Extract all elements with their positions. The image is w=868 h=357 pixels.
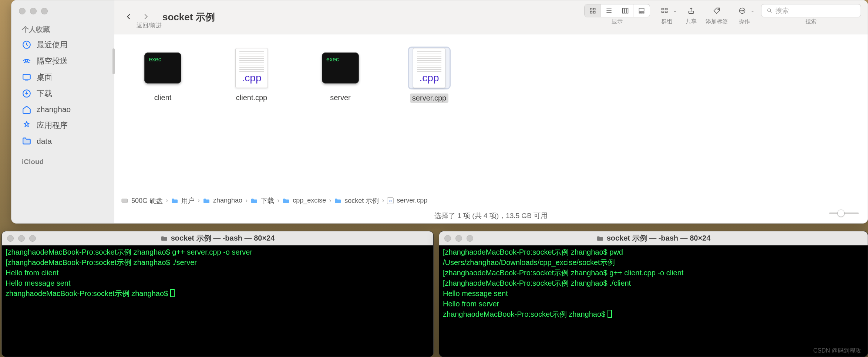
path-crumb[interactable]: cpp_excise [282, 197, 326, 204]
file-item-client[interactable]: exec client [135, 48, 191, 102]
c-file-icon: c [387, 197, 394, 204]
sidebar-item-downloads[interactable]: 下载 [11, 85, 114, 102]
group-by-button[interactable] [657, 4, 672, 17]
close-icon[interactable] [19, 8, 26, 14]
file-item-server-cpp[interactable]: .cpp server.cpp [401, 48, 457, 103]
svg-point-20 [718, 9, 719, 10]
svg-rect-13 [641, 12, 642, 13]
path-crumb[interactable]: 下载 [250, 196, 274, 205]
sidebar-item-label: data [37, 137, 52, 146]
terminal-line: Hello message sent [6, 279, 71, 287]
svg-point-24 [743, 10, 744, 11]
close-icon[interactable] [444, 235, 451, 242]
terminal-line: zhanghaodeMacBook-Pro:socket示例 zhanghao$ [6, 289, 170, 298]
files-area[interactable]: exec client .cpp client.cpp exec server … [114, 34, 868, 193]
toolbar-label-actions: 操作 [739, 18, 750, 25]
finder-main: socket 示例 返回/前进 显示 ⌄ 群组 [114, 0, 868, 223]
terminal-body[interactable]: [zhanghaodeMacBook-Pro:socket示例 zhanghao… [439, 245, 868, 357]
folder-icon [171, 198, 178, 204]
sidebar-resize-handle[interactable] [112, 48, 115, 74]
file-item-client-cpp[interactable]: .cpp client.cpp [224, 48, 279, 102]
sidebar-item-label: 桌面 [37, 72, 52, 82]
view-icons-button[interactable] [585, 4, 601, 17]
svg-rect-15 [662, 8, 664, 10]
back-button[interactable] [122, 11, 136, 24]
search-box[interactable] [761, 4, 861, 17]
window-title: socket 示例 [162, 11, 215, 24]
sidebar-item-label: 隔空投送 [37, 56, 68, 66]
minimize-icon[interactable] [18, 235, 25, 242]
search-input[interactable] [776, 7, 855, 15]
path-crumb[interactable]: 500G 硬盘 [121, 196, 163, 205]
sidebar-item-desktop[interactable]: 桌面 [11, 69, 114, 85]
folder-icon [203, 198, 210, 204]
path-crumb[interactable]: socket 示例 [334, 196, 379, 205]
toolbar-group-display: 显示 [584, 4, 650, 25]
view-columns-button[interactable] [617, 4, 633, 17]
folder-icon [334, 198, 342, 204]
sidebar-item-data[interactable]: data [11, 133, 114, 149]
fullscreen-icon[interactable] [29, 235, 36, 242]
file-name: client.cpp [236, 94, 268, 102]
terminal-titlebar: socket 示例 — -bash — 80×24 [439, 231, 868, 245]
toolbar-label-share: 共享 [686, 18, 697, 25]
terminal-titlebar: socket 示例 — -bash — 80×24 [2, 231, 433, 245]
terminal-title: socket 示例 — -bash — 80×24 [171, 233, 275, 243]
terminal-line: Hello from client [6, 269, 58, 277]
file-name: server [330, 94, 351, 102]
finder-toolbar: socket 示例 返回/前进 显示 ⌄ 群组 [114, 0, 868, 34]
sidebar-item-airdrop[interactable]: 隔空投送 [11, 53, 114, 69]
view-mode-segmented [584, 4, 650, 17]
svg-rect-10 [627, 8, 628, 13]
minimize-icon[interactable] [30, 8, 37, 14]
applications-icon [22, 120, 31, 130]
svg-point-21 [740, 8, 745, 14]
terminal-window-right: socket 示例 — -bash — 80×24 [zhanghaodeMac… [439, 231, 868, 357]
status-bar: 选择了 1 项 (共 4 项)，13.5 GB 可用 [114, 208, 868, 223]
svg-rect-16 [665, 8, 667, 10]
terminal-line: [zhanghaodeMacBook-Pro:socket示例 zhanghao… [6, 248, 252, 256]
view-list-button[interactable] [601, 4, 617, 17]
fullscreen-icon[interactable] [41, 8, 48, 14]
sidebar-section-favorites: 个人收藏 [11, 23, 114, 37]
svg-point-23 [742, 10, 743, 11]
svg-point-22 [741, 10, 741, 11]
svg-rect-4 [590, 8, 592, 10]
svg-rect-17 [662, 11, 664, 13]
terminal-line: Hello message sent [443, 289, 508, 298]
terminal-title: socket 示例 — -bash — 80×24 [607, 233, 711, 243]
actions-button[interactable] [734, 4, 750, 17]
icon-size-slider[interactable] [829, 212, 859, 214]
sidebar-item-label: 最近使用 [37, 40, 68, 50]
terminal-line: Hello from server [443, 300, 499, 308]
minimize-icon[interactable] [455, 235, 462, 242]
path-crumb[interactable]: zhanghao [203, 197, 242, 204]
close-icon[interactable] [7, 235, 14, 242]
svg-rect-7 [593, 11, 595, 13]
terminal-line: [zhanghaodeMacBook-Pro:socket示例 zhanghao… [443, 248, 623, 256]
file-name: client [154, 94, 172, 102]
sidebar-item-home[interactable]: zhanghao [11, 102, 114, 117]
svg-rect-2 [23, 74, 30, 79]
fullscreen-icon[interactable] [467, 235, 473, 242]
path-crumb[interactable]: 用户 [171, 196, 195, 205]
path-crumb[interactable]: cserver.cpp [387, 197, 427, 204]
sidebar-item-label: zhanghao [37, 105, 71, 114]
tags-button[interactable] [709, 4, 724, 17]
svg-rect-12 [639, 12, 640, 13]
file-item-server[interactable]: exec server [313, 48, 368, 102]
toolbar-label-search: 搜索 [805, 18, 817, 25]
view-gallery-button[interactable] [633, 4, 650, 17]
cursor-icon [170, 289, 175, 297]
watermark: CSDN @码到程攻 [813, 347, 861, 355]
svg-rect-5 [593, 8, 595, 10]
disk-icon [121, 198, 128, 204]
terminal-body[interactable]: [zhanghaodeMacBook-Pro:socket示例 zhanghao… [2, 245, 433, 357]
download-icon [22, 89, 31, 98]
share-button[interactable] [683, 4, 699, 17]
sidebar-item-applications[interactable]: 应用程序 [11, 117, 114, 133]
terminal-line: /Users/zhanghao/Downloads/cpp_excise/soc… [443, 258, 615, 266]
terminal-line: zhanghaodeMacBook-Pro:socket示例 zhanghao$ [443, 310, 608, 318]
folder-icon [596, 235, 604, 241]
sidebar-item-recents[interactable]: 最近使用 [11, 37, 114, 53]
